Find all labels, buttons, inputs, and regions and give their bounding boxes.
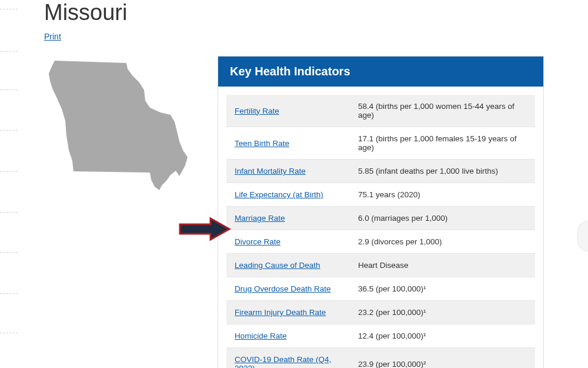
table-row: Divorce Rate 2.9 (divorces per 1,000) xyxy=(226,230,535,254)
page-title: Missouri xyxy=(44,0,544,25)
indicator-link-covid-death-rate[interactable]: COVID-19 Death Rate (Q4, 2022) xyxy=(235,355,331,368)
indicator-value: 5.85 (infant deaths per 1,000 live birth… xyxy=(350,160,535,183)
indicator-value: 2.9 (divorces per 1,000) xyxy=(350,230,535,254)
indicator-link-leading-cause-death[interactable]: Leading Cause of Death xyxy=(235,261,320,270)
indicator-value: 75.1 years (2020) xyxy=(350,183,535,207)
indicator-link-firearm-injury-rate[interactable]: Firearm Injury Death Rate xyxy=(235,308,326,317)
indicator-link-homicide-rate[interactable]: Homicide Rate xyxy=(235,331,287,340)
indicator-value: Heart Disease xyxy=(350,254,535,277)
print-link[interactable]: Print xyxy=(44,32,61,41)
content-area: Key Health Indicators Fertility Rate 58.… xyxy=(44,56,544,368)
panel-header: Key Health Indicators xyxy=(218,57,543,87)
table-row: COVID-19 Death Rate (Q4, 2022) 23.9 (per… xyxy=(226,348,535,369)
indicators-panel: Key Health Indicators Fertility Rate 58.… xyxy=(218,56,544,368)
indicator-link-fertility-rate[interactable]: Fertility Rate xyxy=(235,107,279,115)
table-row: Teen Birth Rate 17.1 (births per 1,000 f… xyxy=(226,127,535,160)
table-row: Drug Overdose Death Rate 36.5 (per 100,0… xyxy=(226,277,535,301)
table-row: Firearm Injury Death Rate 23.2 (per 100,… xyxy=(226,301,535,324)
table-row: Fertility Rate 58.4 (births per 1,000 wo… xyxy=(226,95,535,127)
indicator-table: Fertility Rate 58.4 (births per 1,000 wo… xyxy=(226,95,535,368)
table-row: Life Expectancy (at Birth) 75.1 years (2… xyxy=(226,183,535,207)
table-row: Marriage Rate 6.0 (marriages per 1,000) xyxy=(226,207,535,230)
indicator-value: 58.4 (births per 1,000 women 15-44 years… xyxy=(350,95,535,127)
indicator-link-marriage-rate[interactable]: Marriage Rate xyxy=(235,214,285,223)
table-row: Leading Cause of Death Heart Disease xyxy=(226,254,535,277)
indicator-link-drug-overdose-rate[interactable]: Drug Overdose Death Rate xyxy=(235,284,331,293)
page-container: Missouri Print Key Health Indicators Fer… xyxy=(0,0,588,368)
indicator-value: 6.0 (marriages per 1,000) xyxy=(350,207,535,230)
table-row: Homicide Rate 12.4 (per 100,000)¹ xyxy=(226,324,535,348)
indicator-value: 36.5 (per 100,000)¹ xyxy=(350,277,535,301)
indicator-link-divorce-rate[interactable]: Divorce Rate xyxy=(235,237,280,246)
state-map-missouri xyxy=(44,56,197,197)
panel-body: Fertility Rate 58.4 (births per 1,000 wo… xyxy=(218,87,543,368)
indicator-link-life-expectancy[interactable]: Life Expectancy (at Birth) xyxy=(235,190,323,199)
table-row: Infant Mortality Rate 5.85 (infant death… xyxy=(226,160,535,183)
indicator-link-teen-birth-rate[interactable]: Teen Birth Rate xyxy=(235,139,289,148)
indicator-value: 17.1 (births per 1,000 females 15-19 yea… xyxy=(350,127,535,160)
arrow-pointer-icon xyxy=(178,217,231,241)
indicator-value: 23.2 (per 100,000)¹ xyxy=(350,301,535,324)
indicator-value: 12.4 (per 100,000)¹ xyxy=(350,324,535,348)
indicator-link-infant-mortality-rate[interactable]: Infant Mortality Rate xyxy=(235,167,306,175)
indicator-value: 23.9 (per 100,000)² xyxy=(350,348,535,369)
